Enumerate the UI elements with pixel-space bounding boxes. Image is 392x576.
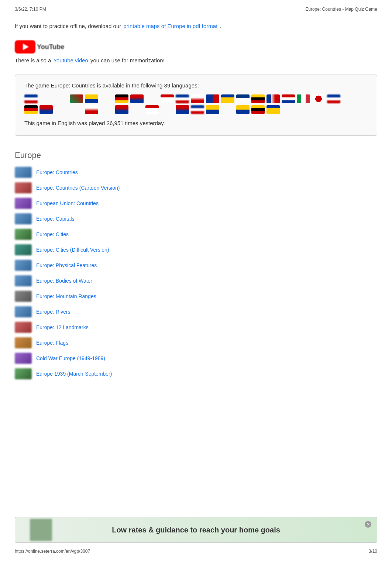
flag-17[interactable]: [267, 94, 280, 103]
play-count: This game in English was played 26,951 t…: [24, 120, 368, 126]
flag-14[interactable]: [221, 94, 234, 103]
flag-3[interactable]: [55, 94, 68, 103]
offline-text-before: If you want to practice offline, downloa…: [15, 23, 121, 29]
flag-28[interactable]: [100, 105, 113, 114]
map-link-12[interactable]: Cold War Europe (1949-1989): [36, 355, 105, 361]
play-text-before: This game in: [24, 120, 56, 126]
youtube-play-button: [23, 44, 29, 50]
page-footer: https://online.seterra.com/en/vgp/3007 3…: [0, 549, 392, 554]
map-link-6[interactable]: Europe: Physical Features: [36, 262, 97, 268]
map-list-item: Europe: Countries (Cartoon Version): [15, 182, 377, 193]
flag-23[interactable]: [24, 105, 38, 114]
flag-24[interactable]: [39, 105, 53, 114]
flag-18[interactable]: [282, 94, 295, 103]
youtube-logo: YouTube: [15, 40, 377, 54]
youtube-wordmark: YouTube: [37, 43, 64, 51]
map-link-3[interactable]: Europe: Capitals: [36, 216, 75, 222]
map-link-8[interactable]: Europe: Mountain Ranges: [36, 293, 96, 299]
map-link-2[interactable]: European Union: Countries: [36, 200, 99, 206]
map-thumbnail-0: [15, 167, 32, 178]
flag-16[interactable]: [251, 94, 265, 103]
flag-34[interactable]: [191, 105, 204, 114]
map-list-item: Europe: Rivers: [15, 306, 377, 317]
ad-thumbnail: [30, 519, 52, 541]
map-link-10[interactable]: Europe: 12 Landmarks: [36, 324, 89, 330]
flag-7[interactable]: [115, 94, 128, 103]
flag-31[interactable]: [145, 105, 159, 114]
flag-1[interactable]: [24, 94, 38, 103]
map-link-9[interactable]: Europe: Rivers: [36, 309, 71, 315]
europe-section: Europe Europe: CountriesEurope: Countrie…: [15, 151, 377, 379]
map-list: Europe: CountriesEurope: Countries (Cart…: [15, 167, 377, 379]
map-thumbnail-12: [15, 353, 32, 364]
map-list-item: Europe: Capitals: [15, 213, 377, 224]
flag-19[interactable]: [297, 94, 310, 103]
map-link-11[interactable]: Europe: Flags: [36, 340, 68, 346]
flag-38[interactable]: [251, 105, 265, 114]
flag-15[interactable]: [236, 94, 250, 103]
flag-12[interactable]: [191, 94, 204, 103]
footer-page-number: 3/10: [369, 549, 377, 554]
map-link-4[interactable]: Europe: Cities: [36, 231, 69, 237]
main-content: If you want to practice offline, downloa…: [0, 15, 392, 405]
map-thumbnail-6: [15, 260, 32, 271]
flag-27[interactable]: [85, 105, 98, 114]
map-list-item: Cold War Europe (1949-1989): [15, 353, 377, 364]
map-list-item: Europe: Cities (Difficult Version): [15, 244, 377, 255]
map-link-0[interactable]: Europe: Countries: [36, 169, 78, 175]
flag-33[interactable]: [176, 105, 189, 114]
map-link-1[interactable]: Europe: Countries (Cartoon Version): [36, 185, 120, 191]
flag-20[interactable]: [312, 94, 325, 103]
flag-9[interactable]: [145, 94, 159, 103]
flag-4[interactable]: [70, 94, 83, 103]
flag-22[interactable]: [342, 94, 355, 103]
youtube-video-link[interactable]: Youtube video: [53, 57, 88, 63]
flag-11[interactable]: [176, 94, 189, 103]
map-thumbnail-2: [15, 198, 32, 209]
map-thumbnail-11: [15, 337, 32, 348]
map-list-item: Europe: Physical Features: [15, 260, 377, 271]
flag-25[interactable]: [55, 105, 68, 114]
map-list-item: Europe: Bodies of Water: [15, 275, 377, 286]
flag-grid: [24, 94, 368, 114]
offline-text-after: .: [220, 23, 221, 29]
language-title: The game Europe: Countries is available …: [24, 82, 368, 89]
flag-5[interactable]: [85, 94, 98, 103]
ad-banner: Low rates & guidance to reach your home …: [15, 517, 377, 543]
ad-close-button[interactable]: ✕: [365, 521, 371, 528]
map-list-item: Europe: Cities: [15, 229, 377, 240]
flag-29[interactable]: [115, 105, 128, 114]
printable-maps-link[interactable]: printable maps of Europe in pdf format: [123, 23, 217, 29]
youtube-icon: [15, 40, 35, 54]
ad-text: Low rates & guidance to reach your home …: [112, 526, 280, 534]
flag-26[interactable]: [70, 105, 83, 114]
flag-35[interactable]: [206, 105, 219, 114]
map-thumbnail-9: [15, 306, 32, 317]
flag-10[interactable]: [161, 94, 174, 103]
map-link-13[interactable]: Europe 1939 (March-September): [36, 371, 112, 377]
flag-30[interactable]: [130, 105, 144, 114]
map-list-item: European Union: Countries: [15, 198, 377, 209]
play-text-after: was played 26,951 times yesterday.: [77, 120, 165, 126]
video-text-before: There is also a: [15, 57, 51, 63]
timestamp: 3/6/22, 7:10 PM: [15, 7, 46, 12]
map-thumbnail-7: [15, 275, 32, 286]
flag-8[interactable]: [130, 94, 144, 103]
language-box: The game Europe: Countries is available …: [15, 75, 377, 136]
video-text-after: you can use for memorization!: [90, 57, 165, 63]
map-list-item: Europe: Mountain Ranges: [15, 291, 377, 302]
flag-2[interactable]: [39, 94, 53, 103]
flag-13[interactable]: [206, 94, 219, 103]
map-list-item: Europe 1939 (March-September): [15, 368, 377, 379]
play-lang: English: [58, 120, 76, 126]
map-link-5[interactable]: Europe: Cities (Difficult Version): [36, 247, 109, 253]
flag-36[interactable]: [221, 105, 234, 114]
flag-39[interactable]: [267, 105, 280, 114]
map-link-7[interactable]: Europe: Bodies of Water: [36, 278, 92, 284]
flag-21[interactable]: [327, 94, 340, 103]
map-thumbnail-3: [15, 213, 32, 224]
flag-37[interactable]: [236, 105, 250, 114]
flag-32[interactable]: [161, 105, 174, 114]
map-list-item: Europe: 12 Landmarks: [15, 322, 377, 333]
flag-6[interactable]: [100, 94, 113, 103]
